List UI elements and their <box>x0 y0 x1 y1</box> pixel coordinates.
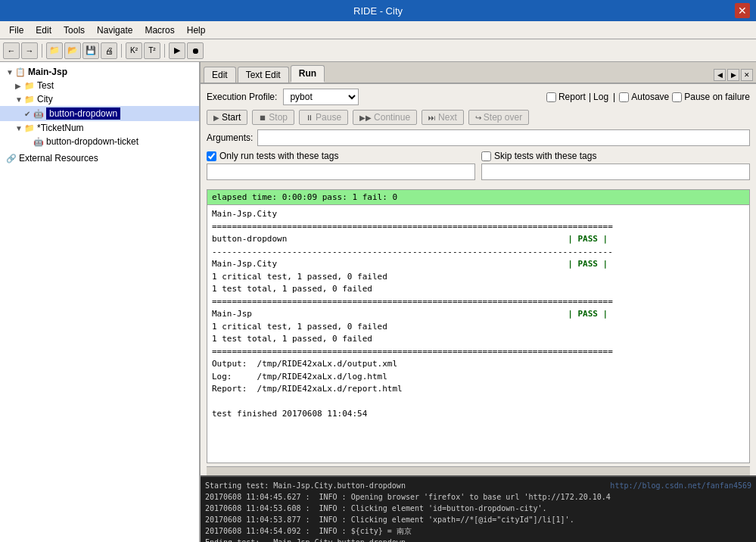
only-run-tags-input[interactable] <box>207 164 475 180</box>
skip-tags-input[interactable] <box>481 164 750 180</box>
tree-label-main-jsp: Main-Jsp <box>28 67 67 77</box>
report-checkbox-group: Report <box>546 92 586 102</box>
tab-edit[interactable]: Edit <box>204 67 236 83</box>
exec-profile-row: Execution Profile: pybot jybot pybot3 Re… <box>207 89 750 105</box>
pause-btn-label: Pause <box>316 112 341 123</box>
start-label: Start <box>222 112 241 123</box>
toolbar-k2[interactable]: K² <box>126 42 142 59</box>
pause-icon: ⏸ <box>306 114 313 122</box>
report-label: Report <box>558 92 586 102</box>
exec-profile-select[interactable]: pybot jybot pybot3 <box>283 89 359 105</box>
tree-label-test: Test <box>37 80 54 91</box>
log-label: Log <box>593 92 608 102</box>
next-button[interactable]: ⏭ Next <box>422 110 464 125</box>
menu-tools[interactable]: Tools <box>58 23 91 37</box>
right-panel: Edit Text Edit Run ◀ ▶ ✕ Execution Profi… <box>201 62 756 542</box>
tags-row: Only run tests with these tags Skip test… <box>207 151 750 180</box>
autosave-sep: | <box>613 92 615 102</box>
toolbar-open-folder[interactable]: 📁 <box>46 42 63 59</box>
toolbar-t2[interactable]: T² <box>144 42 160 59</box>
toolbar: ← → 📁 📂 💾 🖨 K² T² ▶ ⏺ <box>0 39 756 62</box>
arguments-row: Arguments: <box>207 129 750 146</box>
only-run-checkbox[interactable] <box>207 151 216 161</box>
folder-icon-ticket: 📁 <box>24 123 35 133</box>
main-layout: ▼ 📋 Main-Jsp ▶ 📁 Test ▼ 📁 City ✔ 🤖 butto… <box>0 62 756 542</box>
tree-item-ticketnum[interactable]: ▼ 📁 *TicketNum <box>0 121 199 135</box>
tab-run[interactable]: Run <box>291 65 325 83</box>
title-bar: RIDE - City ✕ <box>0 0 756 21</box>
tree-label-ticketnum: *TicketNum <box>37 123 84 133</box>
tab-bar: Edit Text Edit Run ◀ ▶ ✕ <box>201 62 756 84</box>
continue-label: Continue <box>374 112 410 123</box>
step-over-button[interactable]: ↪ Step over <box>468 110 529 125</box>
close-button[interactable]: ✕ <box>735 3 750 18</box>
pause-checkbox[interactable] <box>672 92 682 102</box>
continue-button[interactable]: ▶▶ Continue <box>353 110 417 125</box>
tab-nav-right-btn[interactable]: ▶ <box>727 69 739 81</box>
menu-file[interactable]: File <box>3 23 30 37</box>
autosave-checkbox-group: | Autosave <box>611 92 669 102</box>
log-checkbox-group: | Log <box>589 92 608 102</box>
pause-checkbox-group: Pause on failure <box>672 92 750 102</box>
robot-icon-bdt: 🤖 <box>33 137 44 147</box>
only-run-label: Only run tests with these tags <box>219 151 338 161</box>
output-scrollbar-h[interactable] <box>207 466 750 475</box>
stop-button[interactable]: ⏹ Stop <box>252 110 294 125</box>
tree-arrow-ticketnum: ▼ <box>15 124 24 132</box>
only-run-label-row: Only run tests with these tags <box>207 151 475 161</box>
menu-bar: File Edit Tools Navigate Macros Help <box>0 21 756 39</box>
menu-help[interactable]: Help <box>181 23 212 37</box>
step-over-label: Step over <box>484 112 522 123</box>
checkbox-group: Report | Log | Autosave Pause on failure <box>546 92 750 102</box>
tab-text-edit[interactable]: Text Edit <box>238 67 289 83</box>
tree-item-external[interactable]: 🔗 External Resources <box>0 151 199 165</box>
next-label: Next <box>438 112 457 123</box>
folder-icon-test: 📁 <box>24 81 35 91</box>
stop-icon: ⏹ <box>259 114 266 122</box>
output-area[interactable]: elapsed time: 0:00:09 pass: 1 fail: 0 Ma… <box>207 189 750 463</box>
only-run-col: Only run tests with these tags <box>207 151 475 180</box>
output-body: Main-Jsp.City ==========================… <box>207 205 749 424</box>
toolbar-record[interactable]: ⏺ <box>187 42 204 59</box>
toolbar-back[interactable]: ← <box>3 42 20 59</box>
tree-item-bd-ticket[interactable]: 🤖 button-dropdown-ticket <box>0 135 199 148</box>
toolbar-print[interactable]: 🖨 <box>101 42 117 59</box>
tree-item-main-jsp[interactable]: ▼ 📋 Main-Jsp <box>0 65 199 79</box>
pause-button[interactable]: ⏸ Pause <box>299 110 348 125</box>
continue-icon: ▶▶ <box>359 114 372 122</box>
tree-arrow-city: ▼ <box>15 95 24 104</box>
next-icon: ⏭ <box>428 114 436 122</box>
tree-label-external: External Resources <box>19 153 98 164</box>
tab-close-btn[interactable]: ✕ <box>741 69 753 81</box>
toolbar-save[interactable]: 💾 <box>82 42 99 59</box>
menu-macros[interactable]: Macros <box>138 23 180 37</box>
toolbar-sep3 <box>164 44 165 58</box>
skip-checkbox[interactable] <box>481 151 491 161</box>
toolbar-new-folder[interactable]: 📂 <box>64 42 81 59</box>
skip-label-row: Skip tests with these tags <box>481 151 750 161</box>
suite-icon: 📋 <box>15 67 26 77</box>
log-separator: | <box>589 92 591 102</box>
tree-label-city: City <box>37 94 53 104</box>
tree-item-test[interactable]: ▶ 📁 Test <box>0 79 199 92</box>
skip-label: Skip tests with these tags <box>494 151 596 161</box>
skip-col: Skip tests with these tags <box>481 151 750 180</box>
tree-label-button-dropdown: button-dropdown <box>46 107 120 120</box>
start-button[interactable]: ▶ Start <box>207 110 247 125</box>
tree-panel: ▼ 📋 Main-Jsp ▶ 📁 Test ▼ 📁 City ✔ 🤖 butto… <box>0 62 201 542</box>
arguments-input[interactable] <box>257 129 750 146</box>
menu-navigate[interactable]: Navigate <box>91 23 138 37</box>
tree-item-button-dropdown[interactable]: ✔ 🤖 button-dropdown <box>0 106 199 121</box>
tab-nav-left[interactable]: ◀ <box>714 69 726 81</box>
toolbar-forward[interactable]: → <box>21 42 38 59</box>
tree-item-city[interactable]: ▼ 📁 City <box>0 92 199 106</box>
start-icon: ▶ <box>213 114 219 122</box>
run-buttons-row: ▶ Start ⏹ Stop ⏸ Pause ▶▶ Continue ⏭ N <box>207 110 750 125</box>
toolbar-run[interactable]: ▶ <box>169 42 185 59</box>
autosave-label: Autosave <box>631 92 669 102</box>
app-title: RIDE - City <box>21 5 735 17</box>
report-checkbox[interactable] <box>546 92 556 102</box>
menu-edit[interactable]: Edit <box>30 23 58 37</box>
arguments-label: Arguments: <box>207 132 253 143</box>
autosave-checkbox[interactable] <box>619 92 629 102</box>
